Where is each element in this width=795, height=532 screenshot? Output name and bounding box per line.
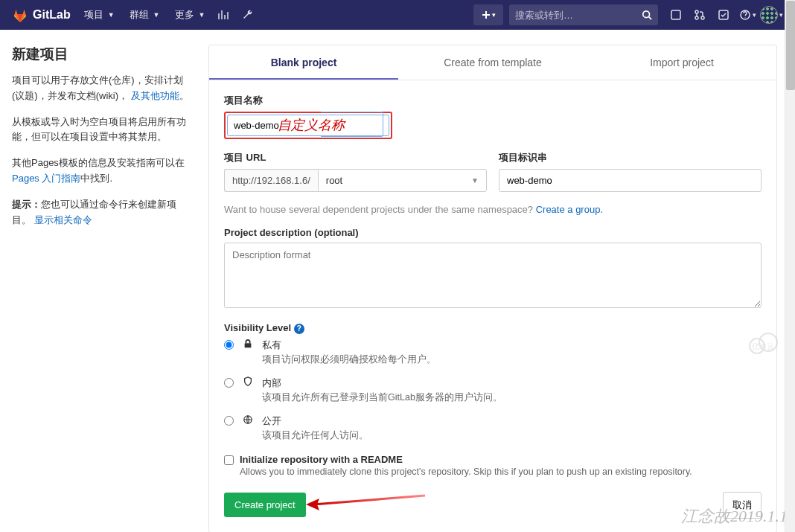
radio-private[interactable] (224, 340, 234, 350)
description-label: Project description (optional) (224, 227, 762, 238)
global-search[interactable] (509, 4, 658, 25)
project-slug-input[interactable] (499, 169, 762, 192)
sidebar-para-3: 其他Pages模板的信息及安装指南可以在 Pages 入门指南中找到. (12, 156, 191, 187)
svg-rect-1 (482, 14, 490, 16)
new-project-panel: Blank project Create from template Impor… (208, 45, 777, 532)
help-sidebar: 新建项目 项目可以用于存放文件(仓库)，安排计划(议题)，并发布文档(wiki)… (12, 45, 191, 532)
readme-checkbox-row[interactable]: Initialize repository with a README Allo… (224, 454, 762, 477)
create-project-button[interactable]: Create project (224, 493, 306, 517)
nav-more[interactable]: 更多▼ (167, 0, 213, 30)
tab-create-from-template[interactable]: Create from template (398, 45, 587, 80)
help-icon[interactable]: ? (294, 324, 304, 334)
sidebar-para-1: 项目可以用于存放文件(仓库)，安排计划(议题)，并发布文档(wiki)， 及其他… (12, 73, 191, 104)
shield-icon (241, 376, 255, 387)
lock-icon (241, 339, 255, 349)
chevron-down-icon: ▼ (199, 11, 205, 19)
svg-point-6 (701, 16, 704, 19)
show-command-link[interactable]: 显示相关命令 (34, 214, 92, 225)
chevron-down-icon: ▼ (471, 176, 479, 185)
url-prefix: http://192.168.1.6/ (224, 169, 318, 192)
chevron-down-icon: ▾ (492, 11, 496, 19)
page-title: 新建项目 (12, 45, 191, 64)
radio-public[interactable] (224, 416, 234, 426)
chevron-down-icon: ▼ (108, 11, 115, 19)
svg-rect-3 (671, 10, 680, 19)
nav-projects[interactable]: 项目▼ (77, 0, 122, 30)
other-features-link[interactable]: 及其他功能 (131, 90, 179, 101)
name-extra-box[interactable] (321, 112, 383, 137)
avatar-icon (760, 6, 778, 24)
visibility-label: Visibility Level ? (224, 322, 762, 334)
globe-icon (241, 414, 255, 425)
new-dropdown[interactable]: ▾ (473, 4, 503, 25)
top-navbar: GitLab 项目▼ 群组▼ 更多▼ ▾ ▾ ▾ (0, 0, 795, 30)
pages-guide-link[interactable]: Pages 入门指南 (12, 173, 80, 184)
user-menu[interactable]: ▾ (759, 3, 783, 27)
project-tabs: Blank project Create from template Impor… (209, 45, 776, 80)
search-input[interactable] (515, 10, 642, 21)
svg-point-5 (695, 16, 698, 19)
sidebar-para-2: 从模板或导入时为空白项目将启用所有功能，但可以在项目设置中将其禁用。 (12, 115, 191, 146)
namespace-select[interactable]: root ▼ (318, 169, 487, 192)
gitlab-icon (12, 7, 28, 23)
create-group-link[interactable]: Create a group. (536, 204, 603, 215)
wrench-icon[interactable] (236, 3, 260, 27)
tab-import-project[interactable]: Import project (587, 45, 776, 80)
todos-icon[interactable] (712, 3, 735, 27)
nav-groups[interactable]: 群组▼ (122, 0, 167, 30)
activity-icon[interactable] (212, 3, 236, 27)
watermark-text: 江念故2019.1.1 (681, 505, 788, 528)
visibility-internal-option[interactable]: 内部 该项目允许所有已登录到当前GitLab服务器的用户访问。 (224, 376, 762, 404)
chevron-down-icon: ▾ (753, 11, 756, 19)
brand-logo[interactable]: GitLab (12, 7, 71, 23)
search-icon (642, 10, 652, 20)
readme-checkbox[interactable] (224, 455, 234, 465)
scrollbar[interactable] (785, 0, 795, 532)
sidebar-tip: 提示：您也可以通过命令行来创建新项目。 显示相关命令 (12, 197, 191, 228)
svg-rect-9 (245, 343, 252, 347)
project-url-label: 项目 URL (224, 151, 487, 164)
project-name-label: 项目名称 (224, 94, 762, 107)
project-slug-label: 项目标识串 (499, 151, 762, 164)
tab-blank-project[interactable]: Blank project (209, 45, 398, 80)
radio-internal[interactable] (224, 378, 234, 388)
readme-label: Initialize repository with a README (240, 454, 692, 465)
visibility-private-option[interactable]: 私有 项目访问权限必须明确授权给每个用户。 (224, 339, 762, 366)
arrow-annotation-icon (306, 490, 432, 519)
chevron-down-icon: ▼ (153, 11, 160, 19)
group-hint: Want to house several dependent projects… (224, 204, 762, 215)
description-textarea[interactable] (224, 243, 762, 308)
brand-text: GitLab (33, 8, 71, 22)
watermark-logo-icon: 亿速云 (746, 327, 783, 359)
scrollbar-thumb[interactable] (786, 1, 795, 90)
help-icon[interactable]: ▾ (735, 3, 759, 27)
plus-icon (482, 10, 491, 19)
merge-requests-icon[interactable] (688, 3, 712, 27)
svg-point-4 (695, 10, 698, 13)
svg-point-2 (643, 11, 650, 18)
chevron-down-icon: ▾ (779, 11, 783, 19)
readme-desc: Allows you to immediately clone this pro… (240, 467, 692, 477)
svg-text:亿速云: 亿速云 (751, 342, 774, 350)
visibility-public-option[interactable]: 公开 该项目允许任何人访问。 (224, 414, 762, 442)
issues-icon[interactable] (664, 3, 688, 27)
